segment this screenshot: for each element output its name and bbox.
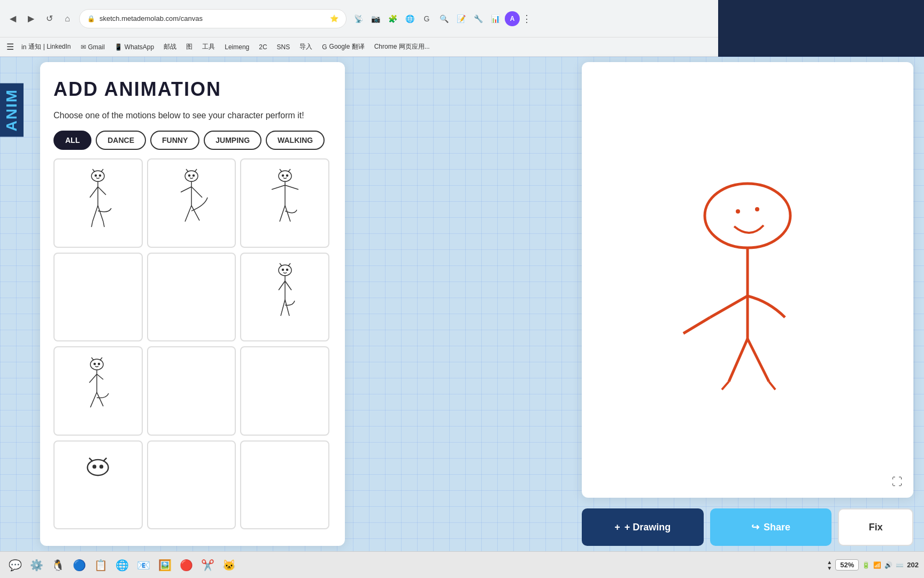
svg-line-44	[100, 358, 102, 360]
back-button[interactable]: ◀	[5, 11, 20, 26]
bookmark-sns[interactable]: SNS	[273, 41, 295, 53]
svg-line-39	[285, 281, 291, 290]
svg-line-20	[185, 206, 191, 222]
svg-line-38	[279, 281, 285, 290]
bookmark-label: WhatsApp	[125, 43, 154, 51]
taskbar-app2[interactable]: 📋	[91, 556, 110, 575]
share-icon: ↪	[751, 521, 759, 533]
anim-card-7[interactable]	[53, 346, 143, 436]
screenshot-button[interactable]: 📷	[368, 11, 383, 26]
anim-card-10[interactable]	[53, 440, 143, 530]
svg-line-65	[748, 339, 769, 382]
svg-line-9	[98, 206, 103, 222]
svg-line-6	[90, 187, 98, 197]
taskbar-settings[interactable]: ⚙️	[27, 556, 46, 575]
fix-button[interactable]: Fix	[838, 508, 913, 546]
extensions-button[interactable]: 🧩	[385, 11, 400, 26]
svg-point-25	[282, 175, 283, 177]
bookmark-leimeng[interactable]: Leimeng	[220, 41, 253, 53]
bookmark-label: 通知 | LinkedIn	[28, 42, 71, 51]
taskbar-chrome[interactable]: 🌐	[112, 556, 132, 575]
filter-funny[interactable]: FUNNY	[150, 131, 199, 150]
taskbar-system-tray: ▲ ▼ 52% 🔋 📶 🔊 ⌨️ 202	[827, 559, 919, 571]
svg-line-10	[91, 222, 93, 227]
ext3[interactable]: 🔧	[471, 11, 486, 26]
svg-line-49	[97, 374, 103, 379]
bookmark-youzhan[interactable]: 邮战	[159, 40, 181, 54]
svg-point-32	[279, 265, 291, 276]
stick-figure-svg	[641, 151, 854, 408]
bookmark-tu[interactable]: 图	[182, 40, 197, 54]
zoom-level[interactable]: 52%	[835, 559, 859, 571]
taskbar-wechat[interactable]: 💬	[5, 556, 25, 575]
bookmark-google-translate[interactable]: G Google 翻译	[318, 40, 368, 54]
filter-dance[interactable]: DANCE	[96, 131, 146, 150]
expand-button[interactable]: ⛶	[888, 472, 907, 491]
svg-line-43	[91, 358, 94, 360]
anim-card-9[interactable]	[240, 346, 329, 436]
svg-line-48	[89, 374, 97, 383]
taskbar-cat[interactable]: 🐱	[219, 556, 238, 575]
anim-sidebar-label: ANIM	[0, 83, 24, 137]
bookmark-gmail[interactable]: ✉ Gmail	[76, 41, 109, 53]
translate-icon[interactable]: 🌐	[402, 11, 417, 26]
anim-card-12[interactable]	[240, 440, 329, 530]
linkedin-icon: in	[21, 43, 26, 51]
lock-icon: 🔒	[87, 15, 95, 22]
ext4[interactable]: 📊	[488, 11, 503, 26]
chrome-apps-label: Chrome 网页应用...	[374, 42, 430, 51]
svg-line-66	[722, 382, 729, 390]
scroll-arrows[interactable]: ▲ ▼	[827, 559, 832, 571]
bookmark-daoru[interactable]: 导入	[295, 40, 317, 54]
svg-line-30	[280, 206, 285, 222]
grammarly-icon[interactable]: G	[419, 11, 434, 26]
anim-card-2[interactable]	[147, 158, 236, 248]
svg-line-7	[98, 187, 106, 195]
cast-button[interactable]: 📡	[351, 11, 366, 26]
2c-label: 2C	[259, 43, 267, 51]
taskbar-penguin[interactable]: 🐧	[48, 556, 67, 575]
bookmark-whatsapp[interactable]: 📱 WhatsApp	[110, 41, 158, 53]
taskbar-search[interactable]: 🔴	[176, 556, 196, 575]
address-bar[interactable]: 🔒 sketch.metademolab.com/canvas ⭐	[79, 9, 346, 28]
bookmark-chrome-apps[interactable]: Chrome 网页应用...	[370, 40, 434, 54]
taskbar-gallery[interactable]: 🖼️	[155, 556, 174, 575]
svg-line-24	[288, 169, 290, 172]
filter-jumping[interactable]: JUMPING	[204, 131, 261, 150]
taskbar-app1[interactable]: 🔵	[70, 556, 89, 575]
anim-card-5[interactable]	[147, 253, 236, 342]
anim-card-8[interactable]	[147, 346, 236, 436]
filter-all[interactable]: ALL	[53, 131, 91, 150]
ext1[interactable]: 🔍	[436, 11, 451, 26]
bookmark-linkedin[interactable]: in 通知 | LinkedIn	[17, 40, 75, 54]
bookmark-tools[interactable]: 工具	[198, 40, 219, 54]
daoru-label: 导入	[299, 42, 312, 51]
anim-card-1[interactable]	[53, 158, 143, 248]
drawing-button[interactable]: + + Drawing	[582, 508, 704, 546]
taskbar-mail[interactable]: 📧	[134, 556, 153, 575]
svg-line-14	[195, 169, 197, 172]
bookmark-star[interactable]: ⭐	[330, 14, 338, 22]
nav-buttons: ◀ ▶ ↺ ⌂	[5, 11, 75, 26]
ext2[interactable]: 📝	[453, 11, 468, 26]
forward-button[interactable]: ▶	[24, 11, 38, 26]
svg-point-46	[98, 363, 100, 365]
svg-line-41	[285, 300, 289, 316]
svg-line-31	[285, 206, 290, 222]
anim-card-3[interactable]	[240, 158, 329, 248]
taskbar-time: 202	[907, 561, 919, 569]
anim-card-4[interactable]	[53, 253, 143, 342]
google-translate-label: Google 翻译	[329, 42, 365, 51]
bookmark-2c[interactable]: 2C	[255, 41, 271, 53]
anim-card-11[interactable]	[147, 440, 236, 530]
filter-walking[interactable]: WALKING	[266, 131, 325, 150]
profile-button[interactable]: A	[505, 11, 520, 26]
anim-card-6[interactable]	[240, 253, 329, 342]
menu-dots[interactable]: ⋮	[522, 13, 532, 25]
taskbar-scissors[interactable]: ✂️	[198, 556, 217, 575]
svg-line-29	[285, 185, 298, 189]
panel-subtitle: Choose one of the motions below to see y…	[53, 109, 332, 122]
share-button[interactable]: ↪ Share	[710, 508, 832, 546]
refresh-button[interactable]: ↺	[42, 11, 57, 26]
home-button[interactable]: ⌂	[60, 11, 75, 26]
